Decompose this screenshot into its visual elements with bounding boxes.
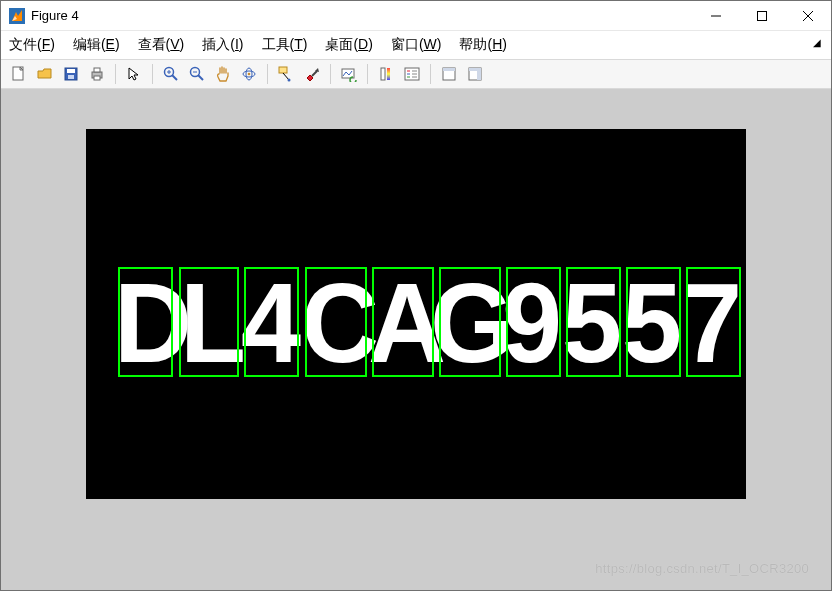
matlab-icon xyxy=(9,8,25,24)
brush-icon xyxy=(304,66,320,82)
svg-rect-42 xyxy=(477,71,481,80)
menu-window-key: W xyxy=(424,36,437,52)
menu-tools-label: 工具 xyxy=(262,36,290,52)
minimize-button[interactable] xyxy=(693,1,739,30)
svg-rect-11 xyxy=(94,68,100,72)
menu-view-key: V xyxy=(170,36,179,52)
svg-line-14 xyxy=(172,75,177,80)
menu-desktop[interactable]: 桌面(D) xyxy=(325,36,372,54)
toolbar-sep-2 xyxy=(152,64,153,84)
print-button[interactable] xyxy=(85,62,109,86)
link-icon xyxy=(341,66,357,82)
bounding-box xyxy=(686,267,741,377)
svg-rect-9 xyxy=(68,75,74,79)
svg-rect-29 xyxy=(381,68,385,80)
zoom-out-button[interactable] xyxy=(185,62,209,86)
menu-window[interactable]: 窗口(W) xyxy=(391,36,442,54)
menu-edit-key: E xyxy=(106,36,115,52)
bounding-box xyxy=(439,267,501,377)
menu-insert-key: I xyxy=(235,36,239,52)
toolbar-sep-6 xyxy=(430,64,431,84)
window-controls xyxy=(693,1,831,30)
open-button[interactable] xyxy=(33,62,57,86)
window-title: Figure 4 xyxy=(31,8,693,23)
pan-icon xyxy=(215,66,231,82)
colorbar-icon xyxy=(378,66,394,82)
menu-desktop-label: 桌面 xyxy=(325,36,353,52)
brush-button[interactable] xyxy=(300,62,324,86)
hide-plot-tools-button[interactable] xyxy=(437,62,461,86)
minimize-icon xyxy=(711,11,721,21)
layout2-icon xyxy=(467,66,483,82)
svg-rect-30 xyxy=(387,68,390,80)
menu-view[interactable]: 查看(V) xyxy=(138,36,185,54)
new-figure-button[interactable] xyxy=(7,62,31,86)
menubar: 文件(F) 编辑(E) 查看(V) 插入(I) 工具(T) 桌面(D) 窗口(W… xyxy=(1,31,831,59)
datatip-button[interactable] xyxy=(274,62,298,86)
show-plot-tools-button[interactable] xyxy=(463,62,487,86)
svg-point-22 xyxy=(248,73,251,76)
rotate3d-button[interactable] xyxy=(237,62,261,86)
svg-rect-2 xyxy=(758,11,767,20)
bounding-box xyxy=(506,267,561,377)
pan-button[interactable] xyxy=(211,62,235,86)
datatip-icon xyxy=(278,66,294,82)
legend-button[interactable] xyxy=(400,62,424,86)
toolbar xyxy=(1,59,831,89)
new-icon xyxy=(11,66,27,82)
titlebar[interactable]: Figure 4 xyxy=(1,1,831,31)
rotate-icon xyxy=(241,66,257,82)
bounding-box xyxy=(372,267,434,377)
bounding-box xyxy=(118,267,173,377)
save-icon xyxy=(63,66,79,82)
menu-view-label: 查看 xyxy=(138,36,166,52)
bounding-box xyxy=(566,267,621,377)
save-button[interactable] xyxy=(59,62,83,86)
dock-menu-icon[interactable]: ◢ xyxy=(813,37,821,48)
layout1-icon xyxy=(441,66,457,82)
menu-edit[interactable]: 编辑(E) xyxy=(73,36,120,54)
open-icon xyxy=(37,66,53,82)
menu-insert-label: 插入 xyxy=(202,36,230,52)
bounding-box xyxy=(179,267,239,377)
zoom-out-icon xyxy=(189,66,205,82)
legend-icon xyxy=(404,66,420,82)
link-button[interactable] xyxy=(337,62,361,86)
maximize-button[interactable] xyxy=(739,1,785,30)
close-button[interactable] xyxy=(785,1,831,30)
svg-line-18 xyxy=(198,75,203,80)
maximize-icon xyxy=(757,11,767,21)
menu-tools-key: T xyxy=(294,36,303,52)
menu-file[interactable]: 文件(F) xyxy=(9,36,55,54)
menu-help-key: H xyxy=(492,36,502,52)
zoom-in-icon xyxy=(163,66,179,82)
menu-insert[interactable]: 插入(I) xyxy=(202,36,243,54)
close-icon xyxy=(803,11,813,21)
toolbar-sep-5 xyxy=(367,64,368,84)
bounding-box xyxy=(244,267,299,377)
zoom-in-button[interactable] xyxy=(159,62,183,86)
svg-rect-12 xyxy=(94,76,100,80)
figure-canvas-area[interactable]: DL4CAG9557 https://blog.csdn.net/T_I_OCR… xyxy=(1,89,831,590)
toolbar-sep-3 xyxy=(267,64,268,84)
cursor-icon xyxy=(126,66,142,82)
svg-rect-23 xyxy=(279,67,287,73)
print-icon xyxy=(89,66,105,82)
bounding-box xyxy=(626,267,681,377)
svg-line-26 xyxy=(312,71,317,76)
svg-rect-39 xyxy=(443,68,455,71)
figure-window: Figure 4 文件(F) 编辑(E) 查看(V) 插入(I) 工具(T) 桌… xyxy=(0,0,832,591)
svg-rect-41 xyxy=(469,68,481,71)
toolbar-sep-1 xyxy=(115,64,116,84)
svg-point-25 xyxy=(288,79,291,82)
edit-plot-button[interactable] xyxy=(122,62,146,86)
bounding-box xyxy=(305,267,367,377)
menu-file-key: F xyxy=(42,36,51,52)
menu-file-label: 文件 xyxy=(9,36,37,52)
menu-tools[interactable]: 工具(T) xyxy=(262,36,308,54)
menu-help-label: 帮助 xyxy=(459,36,487,52)
menu-help[interactable]: 帮助(H) xyxy=(459,36,506,54)
menu-window-label: 窗口 xyxy=(391,36,419,52)
axes[interactable]: DL4CAG9557 xyxy=(86,129,746,499)
colorbar-button[interactable] xyxy=(374,62,398,86)
